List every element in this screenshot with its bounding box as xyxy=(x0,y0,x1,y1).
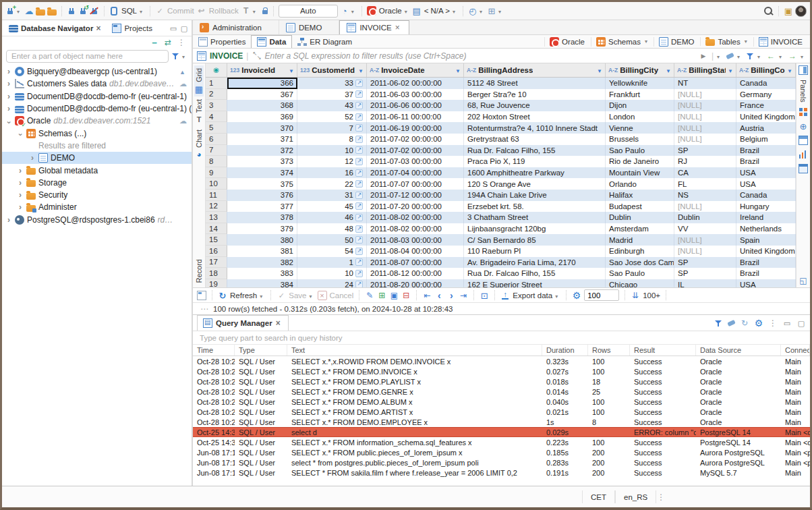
invoice-date-cell[interactable]: 2011-08-02 00:00:00 xyxy=(367,212,464,223)
search-icon[interactable] xyxy=(763,5,774,16)
open-fk-reference-icon[interactable] xyxy=(355,214,363,221)
query-history-row[interactable]: Oct-28 10:21 SQL / User SELECT x.* FROM … xyxy=(193,366,810,376)
tree-item[interactable]: Results are filtered xyxy=(2,140,192,152)
query-column-header[interactable]: Duration xyxy=(542,345,588,356)
billing-address-cell[interactable]: Erzsebet krt. 58. xyxy=(464,201,606,213)
billing-country-cell[interactable]: Canada xyxy=(736,78,796,89)
customer-id-cell[interactable]: 22 xyxy=(297,178,367,190)
customer-id-cell[interactable]: 1 xyxy=(297,257,367,268)
tree-item[interactable]: Customers Sales data db1.dev.dbeaver.com… xyxy=(2,78,192,90)
invoice-id-cell[interactable]: 366 xyxy=(227,78,297,89)
sql-editor-label[interactable]: SQL xyxy=(121,7,138,15)
invoice-date-cell[interactable]: 2011-06-19 00:00:00 xyxy=(367,122,464,134)
customer-id-cell[interactable]: 16 xyxy=(297,167,367,179)
expand-arrow-icon[interactable] xyxy=(17,166,24,175)
query-history-dropdown[interactable] xyxy=(351,6,357,16)
billing-city-cell[interactable]: Sao Paulo xyxy=(606,145,674,157)
query-history-row[interactable]: Jun-08 17:14 SQL / User SELECT x.* FROM … xyxy=(193,447,810,457)
billing-state-cell[interactable]: [NULL] xyxy=(674,111,736,123)
filters-menu-icon[interactable] xyxy=(746,51,754,61)
breadcrumb-item[interactable]: INVOICE xyxy=(753,37,807,47)
refresh-label[interactable]: Refresh xyxy=(230,291,257,300)
open-fk-reference-icon[interactable] xyxy=(355,281,363,287)
active-database-label[interactable]: Oracle xyxy=(378,7,403,15)
cancel-icon[interactable] xyxy=(318,291,327,300)
billing-city-cell[interactable]: Vienne xyxy=(606,122,674,134)
column-filter-icon[interactable] xyxy=(597,66,602,74)
invoice-id-cell[interactable]: 381 xyxy=(227,246,297,257)
filter-icon[interactable] xyxy=(714,318,722,328)
new-connection-icon[interactable]: + xyxy=(5,6,15,16)
billing-state-cell[interactable]: SP xyxy=(674,257,736,268)
fetch-more-label[interactable]: 100+ xyxy=(643,291,660,300)
expand-arrow-icon[interactable] xyxy=(5,79,12,88)
invoice-date-cell[interactable]: 2011-07-07 00:00:00 xyxy=(367,178,464,190)
filters-menu-dropdown[interactable] xyxy=(757,51,763,61)
maximize-panel-icon[interactable] xyxy=(179,24,189,33)
table-row[interactable]: 11 376 31 2011-07-12 00:00:00 194A Chain… xyxy=(206,190,796,201)
row-number-cell[interactable]: 8 xyxy=(206,156,227,167)
billing-country-cell[interactable]: Hungary xyxy=(736,201,796,213)
row-number-cell[interactable]: 19 xyxy=(206,279,227,287)
billing-city-cell[interactable]: Orlando xyxy=(606,178,674,190)
billing-address-cell[interactable]: Praca Pio X, 119 xyxy=(464,156,606,167)
status-menu-icon[interactable] xyxy=(656,492,666,502)
table-row[interactable]: 19 384 24 2011-08-20 00:00:00 162 E Supe… xyxy=(206,279,796,287)
query-history-row[interactable]: Oct-28 10:21 SQL / User SELECT x.* FROM … xyxy=(193,407,810,417)
tab-query-manager[interactable]: Query Manager xyxy=(197,315,289,331)
cloud-connections-icon[interactable] xyxy=(24,6,34,16)
billing-state-cell[interactable]: SP xyxy=(674,145,736,157)
invoice-date-cell[interactable]: 2011-08-04 00:00:00 xyxy=(367,246,464,257)
query-column-header[interactable]: Data Source xyxy=(696,345,781,356)
query-history-row[interactable]: Oct-28 10:28 SQL / User SELECT x.*,x.ROW… xyxy=(193,356,810,366)
settings-gear-icon[interactable] xyxy=(572,291,581,300)
projects-folder-icon[interactable] xyxy=(47,9,57,16)
go-to-row-icon[interactable] xyxy=(480,291,489,300)
collapse-all-icon[interactable] xyxy=(150,38,159,47)
breadcrumb-item[interactable]: Tables xyxy=(700,37,751,46)
query-history-row[interactable]: Oct-28 10:21 SQL / User SELECT x.* FROM … xyxy=(193,397,810,407)
column-filter-icon[interactable] xyxy=(455,66,461,74)
billing-country-cell[interactable]: USA xyxy=(736,178,796,190)
billing-state-cell[interactable]: NT xyxy=(674,78,736,89)
billing-country-cell[interactable]: Brazil xyxy=(736,268,796,279)
query-history-row[interactable]: Oct-28 10:20 SQL / User SELECT x.* FROM … xyxy=(193,417,810,427)
cancel-label[interactable]: Cancel xyxy=(330,291,354,300)
transaction-dropdown[interactable] xyxy=(253,6,258,16)
billing-address-cell[interactable]: 202 Hoxton Street xyxy=(464,111,606,123)
row-number-cell[interactable]: 12 xyxy=(206,201,227,213)
billing-city-cell[interactable]: Dijon xyxy=(606,100,674,111)
open-fk-reference-icon[interactable] xyxy=(355,146,363,154)
close-icon[interactable] xyxy=(395,23,402,32)
invoice-date-cell[interactable]: 2011-07-20 00:00:00 xyxy=(367,201,464,213)
row-number-cell[interactable]: 9 xyxy=(206,167,227,179)
billing-city-cell[interactable]: Frankfurt xyxy=(606,89,674,101)
billing-country-cell[interactable]: Brazil xyxy=(736,257,796,268)
customer-id-cell[interactable]: 46 xyxy=(297,212,367,223)
network-profiles-dropdown[interactable] xyxy=(498,6,504,16)
query-history-row[interactable]: Jun-08 17:12 SQL / User SELECT * FROM sa… xyxy=(193,468,810,478)
invoice-id-cell[interactable]: 368 xyxy=(227,100,297,111)
invoice-id-cell[interactable]: 373 xyxy=(227,156,297,167)
invoice-date-cell[interactable]: 2011-07-12 00:00:00 xyxy=(367,190,464,201)
row-number-cell[interactable]: 4 xyxy=(206,111,227,123)
table-row[interactable]: 16 381 54 2011-08-04 00:00:00 110 Raebur… xyxy=(206,246,796,257)
billing-country-cell[interactable]: Brazil xyxy=(736,145,796,157)
presentation-tab[interactable]: Chart xyxy=(194,127,204,162)
open-fk-reference-icon[interactable] xyxy=(355,236,363,244)
query-column-header[interactable]: Connection xyxy=(781,345,810,356)
delete-row-icon[interactable] xyxy=(401,291,411,300)
presentation-tab[interactable]: Grid xyxy=(194,65,204,96)
billing-country-cell[interactable]: USA xyxy=(736,167,796,179)
expand-arrow-icon[interactable] xyxy=(17,202,24,212)
query-column-header[interactable]: Result xyxy=(630,345,696,356)
customer-id-cell[interactable]: 33 xyxy=(297,78,367,89)
metadata-panel-icon[interactable] xyxy=(799,136,808,145)
billing-state-cell[interactable]: [NULL] xyxy=(674,234,736,246)
avatar[interactable] xyxy=(795,5,807,17)
row-number-cell[interactable]: 16 xyxy=(206,246,227,257)
open-fk-reference-icon[interactable] xyxy=(355,248,363,255)
invoice-date-cell[interactable]: 2011-07-04 00:00:00 xyxy=(367,167,464,179)
expand-arrow-icon[interactable] xyxy=(5,92,12,101)
open-fk-reference-icon[interactable] xyxy=(355,192,363,199)
